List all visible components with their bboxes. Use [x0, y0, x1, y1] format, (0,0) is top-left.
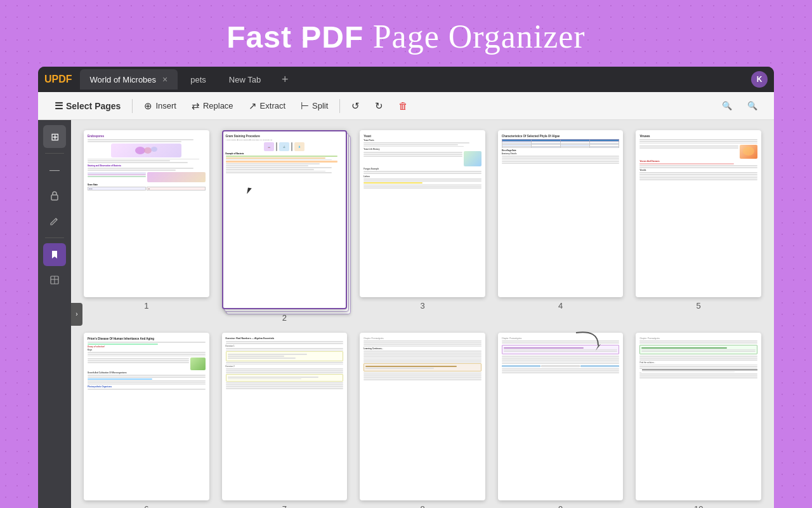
page-thumb-7[interactable]: Exercise: Real Numbers — Algebra Essenti…	[222, 333, 348, 500]
replace-label: Replace	[203, 101, 233, 110]
pages-grid: Endospores	[84, 130, 761, 508]
insert-label: Insert	[155, 101, 176, 110]
select-pages-button[interactable]: ☰ Select Pages	[48, 97, 127, 115]
split-label: Split	[312, 101, 328, 110]
page-thumb-3[interactable]: Yeast Yeast Facts Yeast Life History	[360, 130, 485, 297]
insert-button[interactable]: ⊕ Insert	[138, 97, 183, 115]
page-item-3: Yeast Yeast Facts Yeast Life History	[360, 130, 485, 323]
zoom-out-button[interactable]: 🔍	[716, 98, 738, 114]
extract-label: Extract	[260, 101, 285, 110]
page-item-5: Viruses	[636, 130, 761, 323]
rotate-right-button[interactable]: ↻	[369, 97, 390, 115]
tab-newtab-label: New Tab	[229, 75, 261, 84]
logo-pdf: DF	[58, 74, 72, 84]
rotate-left-icon: ↺	[351, 100, 360, 112]
rotate-right-icon: ↻	[375, 100, 383, 112]
sidebar-divider-1	[45, 153, 64, 154]
sidebar-divider-2	[45, 237, 64, 238]
page-thumb-6[interactable]: Prion's Disease Of Human Inheritance And…	[84, 333, 209, 500]
delete-icon: 🗑	[398, 100, 408, 111]
header-fast-pdf: Fast PDF	[226, 20, 363, 54]
page-num-9: 9	[558, 504, 563, 508]
page-num-7: 7	[282, 504, 287, 508]
toolbar-separator-2	[339, 99, 340, 113]
svg-point-4	[135, 147, 145, 154]
header-page-organizer: Page Organizer	[373, 18, 586, 55]
tab-pets[interactable]: pets	[180, 69, 216, 90]
sidebar-icon-security[interactable]	[43, 184, 66, 207]
user-avatar[interactable]: K	[751, 71, 768, 88]
page-num-3: 3	[420, 301, 424, 311]
page-num-8: 8	[420, 504, 424, 508]
page-item-4: Characteristics Of Selected Phyla Of Alg…	[498, 130, 624, 323]
replace-button[interactable]: ⇄ Replace	[185, 97, 240, 115]
page-num-6: 6	[144, 504, 148, 508]
page-item-2: Gram Staining Procedure • Gram-positive:…	[222, 130, 348, 323]
sidebar-icon-bookmark[interactable]	[43, 243, 66, 266]
page-num-1: 1	[144, 301, 148, 311]
sidebar-icon-pages[interactable]: ⊞	[43, 125, 66, 148]
page-num-10: 10	[694, 504, 703, 508]
page-num-5: 5	[697, 301, 701, 311]
page-item-7: Exercise: Real Numbers — Algebra Essenti…	[222, 333, 348, 508]
zoom-in-button[interactable]: 🔍	[741, 98, 764, 114]
pages-area: Endospores	[71, 120, 774, 508]
page-thumb-1[interactable]: Endospores	[84, 130, 209, 297]
select-pages-label: Select Pages	[66, 101, 121, 111]
page-item-1: Endospores	[84, 130, 209, 323]
page-item-9: Chapter: Promastigotes	[498, 333, 624, 508]
split-icon: ⊢	[301, 100, 309, 112]
tab-microbes-close[interactable]: ×	[162, 74, 167, 84]
main-content: ⊞ —	[38, 120, 774, 508]
rotate-left-button[interactable]: ↺	[345, 97, 366, 115]
toolbar: ☰ Select Pages ⊕ Insert ⇄ Replace ↗ Extr…	[38, 92, 774, 120]
app-window: UPDF World of Microbes × pets New Tab + …	[38, 67, 774, 508]
tab-newtab[interactable]: New Tab	[219, 69, 271, 90]
page-item-8: Chapter: Promastigotes Learning Continue…	[360, 333, 485, 508]
sidebar-icon-edit[interactable]	[43, 210, 66, 232]
updf-logo: UPDF	[44, 74, 72, 85]
sidebar-icon-pages2[interactable]	[43, 269, 66, 291]
svg-point-5	[144, 147, 152, 154]
toolbar-separator-1	[132, 99, 133, 113]
page-item-6: Prion's Disease Of Human Inheritance And…	[84, 333, 209, 508]
extract-button[interactable]: ↗ Extract	[242, 97, 292, 115]
tab-microbes[interactable]: World of Microbes ×	[80, 69, 178, 90]
title-bar: UPDF World of Microbes × pets New Tab + …	[38, 67, 774, 92]
tab-pets-label: pets	[190, 75, 206, 84]
page-thumb-10[interactable]: Chapter: Promastigotes Find the solution…	[636, 333, 761, 500]
page-thumb-4[interactable]: Characteristics Of Selected Phyla Of Alg…	[498, 130, 624, 297]
split-button[interactable]: ⊢ Split	[294, 97, 334, 115]
app-header: Fast PDF Page Organizer	[226, 0, 585, 67]
svg-point-6	[151, 147, 157, 152]
curved-arrow	[573, 326, 605, 358]
zoom-out-icon: 🔍	[722, 101, 732, 110]
page-stack-2[interactable]: Gram Staining Procedure • Gram-positive:…	[222, 130, 348, 309]
page-thumb-8[interactable]: Chapter: Promastigotes Learning Continue…	[360, 333, 485, 500]
page-num-2: 2	[282, 313, 287, 323]
tab-microbes-label: World of Microbes	[90, 75, 157, 84]
page-num-4: 4	[558, 301, 563, 311]
left-sidebar: ⊞ —	[38, 120, 71, 508]
delete-button[interactable]: 🗑	[392, 97, 414, 114]
logo-text: UP	[44, 74, 58, 84]
select-pages-icon: ☰	[55, 100, 63, 112]
insert-icon: ⊕	[144, 100, 152, 112]
extract-icon: ↗	[249, 100, 257, 112]
replace-icon: ⇄	[192, 100, 200, 112]
page-thumb-5[interactable]: Viruses	[636, 130, 761, 297]
new-tab-button[interactable]: +	[276, 70, 294, 88]
svg-rect-0	[51, 195, 58, 200]
sidebar-icon-minus[interactable]: —	[43, 159, 66, 182]
zoom-in-icon: 🔍	[747, 101, 757, 110]
page-item-10: Chapter: Promastigotes Find the solution…	[636, 333, 761, 508]
